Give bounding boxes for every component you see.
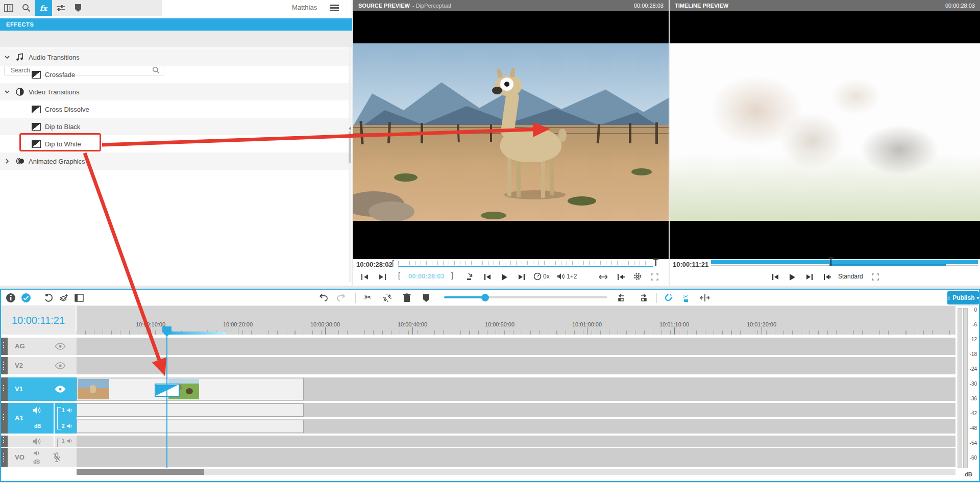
playhead-line[interactable] (166, 333, 167, 468)
track-header-v1[interactable]: V1 (8, 377, 77, 401)
track-content-vo[interactable] (77, 448, 955, 467)
chevron-right-icon[interactable] (4, 158, 10, 164)
track-content-a1-ch1[interactable] (77, 403, 955, 417)
jump-next-edit-icon[interactable] (636, 292, 648, 303)
track-content-v1[interactable] (77, 377, 955, 401)
tab-adjust[interactable] (52, 0, 69, 16)
audio-clip-1[interactable] (77, 403, 167, 417)
speaker-icon[interactable] (32, 438, 41, 445)
insert-to-timeline-icon[interactable] (464, 272, 475, 282)
track-content-v2[interactable] (77, 357, 955, 374)
hamburger-menu-icon[interactable] (330, 5, 339, 6)
chevron-down-icon[interactable] (387, 264, 391, 267)
track-db-label[interactable]: dB (33, 459, 40, 465)
redo-button[interactable] (336, 292, 347, 303)
undo-button[interactable] (317, 292, 329, 303)
speaker-icon[interactable] (67, 408, 74, 413)
snapping-magnet-icon[interactable] (663, 292, 674, 303)
track-header-ag[interactable]: AG (8, 338, 77, 355)
track-content-a1-ch2[interactable] (77, 419, 955, 434)
track-drag-handle[interactable] (1, 403, 8, 434)
track-header-vo[interactable]: VO dB (8, 448, 77, 467)
eye-visibility-icon[interactable] (55, 343, 66, 350)
settings-gear-icon[interactable] (633, 272, 642, 281)
user-menu[interactable]: Matthias (292, 4, 317, 11)
timeline-ruler[interactable]: 10:00:10:00 10:00:20:00 10:00:30:00 10:0… (77, 306, 955, 335)
tab-search[interactable] (17, 0, 35, 16)
add-layer-icon[interactable] (58, 292, 69, 303)
effects-scrollbar-thumb[interactable] (349, 132, 351, 163)
effects-scrollbar[interactable] (349, 47, 351, 282)
play-icon[interactable] (499, 272, 509, 282)
go-to-start-icon[interactable] (482, 272, 492, 282)
timeline-progress-bar[interactable] (711, 260, 978, 264)
timeline-position-timecode[interactable]: 10:00:11:21 (673, 261, 708, 268)
add-marker-icon[interactable] (421, 292, 432, 303)
go-to-end-icon[interactable] (804, 272, 815, 282)
mark-timecode[interactable]: 00:00:28:03 (408, 272, 445, 280)
zoom-slider-knob[interactable] (481, 294, 489, 301)
fit-width-icon[interactable] (598, 272, 608, 282)
history-undo-all-icon[interactable] (43, 292, 54, 303)
panel-collapse-icon[interactable] (349, 126, 351, 131)
publish-dropdown-icon[interactable]: ▾ (976, 295, 979, 300)
timeline-hscrollbar[interactable] (77, 469, 955, 475)
track-header-v2[interactable]: V2 (8, 357, 77, 374)
speaker-icon[interactable] (67, 438, 74, 444)
speaker-icon[interactable] (32, 406, 41, 414)
speaker-icon[interactable] (67, 423, 74, 429)
publish-button[interactable]: Publish ▾ (947, 291, 979, 304)
tab-markers[interactable] (69, 0, 87, 16)
go-to-start-icon[interactable] (770, 272, 780, 282)
eye-visibility-icon[interactable] (55, 386, 66, 393)
audio-clip-1[interactable] (77, 420, 167, 433)
playback-speed-icon[interactable] (533, 272, 542, 281)
razor-mode-icon[interactable]: ✂ (681, 292, 692, 304)
fullscreen-icon[interactable] (871, 272, 880, 282)
eye-visibility-icon[interactable] (55, 362, 66, 369)
mark-out-bracket[interactable]: ] (451, 271, 453, 279)
go-to-end-icon[interactable] (517, 272, 527, 282)
source-video-frame[interactable] (353, 43, 669, 221)
track-header-a2-partial[interactable] (8, 436, 54, 447)
loop-playback-icon[interactable] (822, 272, 832, 282)
speaker-icon[interactable] (33, 450, 41, 456)
audio-clip-2[interactable] (167, 420, 304, 433)
group-audio-transitions[interactable]: Audio Transitions (0, 48, 352, 66)
group-animated-graphics[interactable]: Animated Graphics (0, 152, 352, 170)
trim-mode-icon[interactable] (699, 292, 710, 303)
audio-clip-2[interactable] (167, 403, 304, 417)
quality-selector[interactable]: Standard (838, 273, 863, 280)
effect-item-cross-dissolve[interactable]: Cross Dissolve (0, 100, 352, 118)
delete-trash-icon[interactable] (401, 292, 412, 303)
microphone-muted-icon[interactable] (53, 452, 61, 463)
timeline-hscrollbar-thumb[interactable] (77, 469, 204, 475)
track-drag-handle[interactable] (1, 377, 8, 401)
timeline-video-frame-dip-to-white[interactable] (670, 43, 980, 221)
jump-previous-edit-icon[interactable] (617, 292, 629, 303)
effect-item-dip-to-black[interactable]: Dip to Black (0, 118, 352, 135)
fullscreen-icon[interactable] (650, 272, 659, 282)
mark-in-bracket[interactable]: [ (398, 271, 400, 279)
step-forward-icon[interactable] (377, 272, 388, 282)
info-button[interactable] (5, 292, 16, 303)
tab-effects[interactable]: fx (35, 0, 52, 16)
track-drag-handle[interactable] (1, 357, 8, 374)
track-header-a1[interactable]: A1 dB (8, 403, 54, 434)
group-video-transitions[interactable]: Video Transitions (0, 83, 352, 100)
tab-bins[interactable] (0, 0, 17, 16)
source-scrub-bar[interactable] (398, 266, 653, 267)
track-content-ag[interactable] (77, 338, 955, 355)
video-clip-2[interactable] (167, 378, 304, 400)
split-view-icon[interactable] (74, 292, 85, 303)
track-content-a2[interactable] (77, 436, 955, 447)
loop-playback-icon[interactable] (616, 272, 626, 282)
unlink-icon[interactable] (382, 292, 393, 303)
cut-scissors-icon[interactable]: ✂ (362, 291, 374, 303)
chevron-down-icon[interactable] (4, 54, 10, 60)
channel-1-label[interactable]: 1 (62, 438, 65, 444)
play-icon[interactable] (787, 272, 797, 282)
track-drag-handle[interactable] (1, 448, 8, 467)
chevron-down-icon[interactable] (4, 89, 10, 95)
audio-monitor-icon[interactable] (556, 272, 566, 281)
